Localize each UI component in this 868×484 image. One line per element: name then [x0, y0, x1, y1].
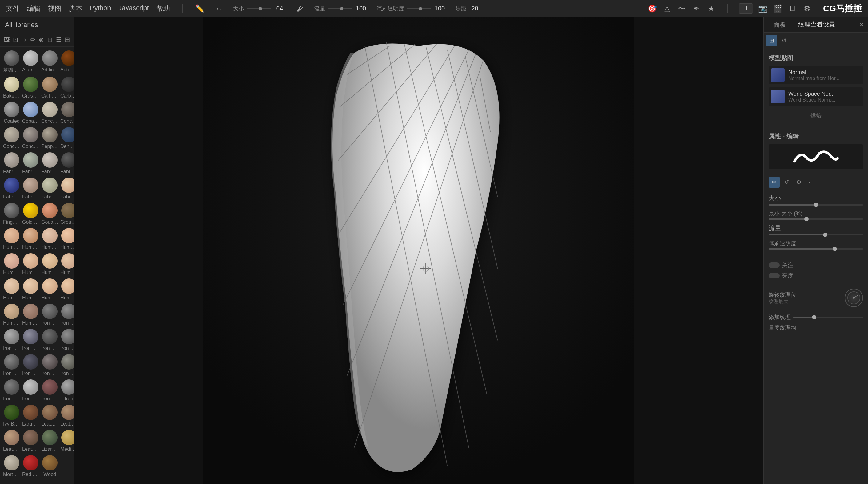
pen-icon[interactable]: ✒: [692, 4, 702, 13]
material-item-human-f3[interactable]: Human F...: [60, 252, 74, 277]
material-item-iron-dia[interactable]: Iron Dia...: [2, 328, 21, 352]
rotation-radial[interactable]: [845, 289, 863, 307]
pause-button[interactable]: ⏸: [739, 3, 753, 13]
main-viewport[interactable]: [74, 17, 763, 484]
material-item-human-n4[interactable]: Human N...: [22, 302, 40, 327]
material-item-gold[interactable]: Gold Pure: [22, 201, 40, 226]
material-item-pepper[interactable]: Pepper...: [41, 126, 59, 151]
panel-icon-settings[interactable]: ⋯: [791, 35, 802, 46]
material-item-iron-gra[interactable]: Iron Gra...: [41, 328, 59, 352]
curve-icon[interactable]: 〜: [677, 4, 687, 13]
material-item-concrete4[interactable]: Concrete...: [22, 126, 40, 151]
size-slider[interactable]: [247, 8, 271, 9]
size-slider-track[interactable]: [769, 204, 863, 205]
toolbar-icon-3[interactable]: ○: [21, 35, 27, 44]
material-item-fabric-ri[interactable]: Fabric Ri...: [60, 151, 74, 176]
opacity-slider[interactable]: [407, 8, 431, 9]
material-item-human-f2[interactable]: Human F...: [41, 252, 59, 277]
material-item-leather-s2[interactable]: Leather S...: [22, 429, 40, 453]
material-item-concrete3[interactable]: Concrete...: [2, 126, 21, 151]
menu-script[interactable]: 脚本: [69, 4, 83, 13]
material-item-human-e[interactable]: Human E...: [2, 252, 21, 277]
material-item-concrete2[interactable]: Concrete...: [60, 101, 74, 125]
target-icon[interactable]: 🎯: [647, 4, 657, 13]
material-item-large-ru[interactable]: Large Ru...: [22, 404, 40, 428]
material-item-ground[interactable]: Ground G...: [60, 201, 74, 226]
material-item-leather-s[interactable]: Leather S...: [41, 404, 59, 428]
material-item-human-n3[interactable]: Human N...: [2, 302, 21, 327]
material-item-fingerprints[interactable]: Fingerprint: [2, 201, 21, 226]
brush-more-icon[interactable]: ⋯: [806, 176, 816, 188]
flow-slider-track[interactable]: [769, 234, 863, 235]
normal-map-item-1[interactable]: Normal Normal map from Nor...: [769, 66, 863, 84]
material-item-fabric-s[interactable]: Fabric S...: [41, 176, 59, 201]
material-item-human-b2[interactable]: Human B...: [22, 227, 40, 251]
material-item-concrete1[interactable]: Concrete...: [41, 101, 59, 125]
material-item-denim[interactable]: Denim Ri...: [60, 126, 74, 151]
material-item-iron-pow[interactable]: Iron Pow...: [22, 353, 40, 378]
brush-settings-icon[interactable]: ⚙: [793, 176, 804, 188]
flow-slider[interactable]: [328, 8, 352, 9]
material-item-human-c[interactable]: Human C...: [60, 227, 74, 251]
material-item-leather-b[interactable]: Leather...: [60, 404, 74, 428]
camera-icon[interactable]: 📷: [758, 4, 768, 13]
material-item-fabric-ba2[interactable]: Fabric Ba...: [22, 151, 40, 176]
material-item-human-b3[interactable]: Human B...: [41, 227, 59, 251]
panel-icon-reload[interactable]: ↺: [778, 35, 789, 46]
material-item-iron-raw2[interactable]: Iron Raw...: [60, 353, 74, 378]
material-item-iron-raw[interactable]: Iron Raw: [41, 353, 59, 378]
material-item-human-n2[interactable]: Human N...: [60, 277, 74, 302]
material-item-calf[interactable]: Calf Skin: [41, 75, 59, 100]
min-size-slider-track[interactable]: [769, 219, 863, 220]
menu-file[interactable]: 文件: [6, 4, 20, 13]
material-item-human-h[interactable]: Human H...: [2, 277, 21, 302]
material-item-iron-gri[interactable]: Iron Gri...: [60, 328, 74, 352]
material-item-human-f[interactable]: Human F...: [22, 252, 40, 277]
material-item-human-n[interactable]: Human N...: [41, 277, 59, 302]
menu-edit[interactable]: 编辑: [27, 4, 41, 13]
material-item-baked[interactable]: Baked Lig...: [2, 75, 21, 100]
material-item-human-b[interactable]: Human B...: [2, 227, 21, 251]
material-item-medium[interactable]: Medium...: [60, 429, 74, 453]
material-item-aluminum[interactable]: Aluminiu...: [22, 49, 40, 75]
brush-size-icon[interactable]: ✏️: [195, 4, 205, 13]
material-item-lizard[interactable]: Lizard S...: [41, 429, 59, 453]
toolbar-icon-1[interactable]: 🖼: [4, 35, 10, 44]
toolbar-icon-5[interactable]: ⊛: [38, 35, 44, 44]
brush-pencil-icon[interactable]: ✏: [769, 176, 780, 188]
material-item-grass[interactable]: Grass Pure: [22, 75, 40, 100]
panel-icon-grid[interactable]: ⊞: [766, 35, 777, 46]
tab-panel[interactable]: 面板: [767, 18, 792, 32]
brush-refresh-icon[interactable]: ↺: [781, 176, 792, 188]
menu-javascript[interactable]: Javascript: [119, 4, 149, 13]
toolbar-icon-7[interactable]: ☰: [56, 35, 62, 44]
screen-icon[interactable]: 🖥: [787, 4, 797, 13]
tab-texture-settings[interactable]: 纹理查看设置: [792, 17, 841, 32]
star-icon[interactable]: ★: [706, 4, 716, 13]
settings-icon[interactable]: ⚙: [802, 4, 812, 13]
material-item-iron-ham[interactable]: Iron Ham...: [2, 353, 21, 378]
material-item-iron-rat[interactable]: Iron Rat...: [41, 378, 59, 403]
material-item-autumn[interactable]: Autumn L...: [60, 49, 74, 75]
video-icon[interactable]: 🎬: [773, 4, 782, 13]
triangle-icon[interactable]: △: [662, 4, 672, 13]
close-panel-button[interactable]: ✕: [859, 21, 864, 29]
material-item-iron-cha[interactable]: Iron Chai...: [60, 302, 74, 327]
grid-view-icon[interactable]: ⊞: [64, 36, 70, 44]
opacity-slider-track[interactable]: [769, 248, 863, 250]
menu-view[interactable]: 视图: [48, 4, 62, 13]
material-item-coated[interactable]: Coated: [2, 101, 21, 125]
toolbar-icon-6[interactable]: ⊞: [47, 35, 53, 44]
menu-help[interactable]: 帮助: [156, 4, 170, 13]
menu-python[interactable]: Python: [90, 4, 111, 13]
material-item-mortar[interactable]: Mortar W...: [2, 454, 21, 479]
material-item-fabric-dia[interactable]: Fabric Di...: [41, 151, 59, 176]
material-item-ivy[interactable]: Ivy Branch: [2, 404, 21, 428]
material-item-artificial[interactable]: Artificial...: [41, 49, 59, 75]
move-icon[interactable]: ↔: [214, 4, 224, 13]
toolbar-icon-4[interactable]: ✏: [30, 35, 36, 44]
material-item-iron-shi[interactable]: Iron Shiny: [22, 378, 40, 403]
material-item-iron-rou[interactable]: Iron Rough: [2, 378, 21, 403]
material-item-iron2[interactable]: Iron: [60, 378, 74, 403]
material-item-iron-gal[interactable]: Iron Gal...: [22, 328, 40, 352]
